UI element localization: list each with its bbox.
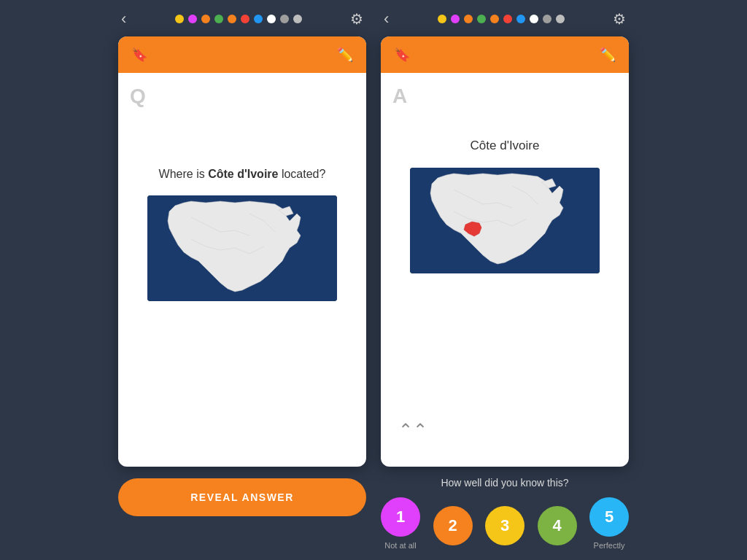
right-settings-button[interactable]: ⚙	[613, 10, 626, 28]
rating-buttons: 1 Not at all 2 3 4 5 Perfectly	[381, 497, 629, 550]
rating-section: How well did you know this? 1 Not at all…	[381, 477, 629, 550]
right-dot-9	[543, 15, 551, 23]
dot-10	[293, 15, 302, 23]
left-back-button[interactable]: ‹	[121, 11, 126, 27]
dot-3	[201, 15, 210, 23]
right-nav-dots	[438, 15, 565, 23]
dot-5	[228, 15, 236, 23]
left-africa-svg	[147, 195, 337, 301]
left-flash-card: 🔖 ✏️ Q Where is Côte d'Ivoire located?	[118, 36, 366, 467]
rating-button-4[interactable]: 4	[538, 506, 577, 545]
dot-7	[254, 15, 263, 23]
right-back-button[interactable]: ‹	[384, 11, 389, 27]
rating-item-2: 2	[433, 506, 473, 550]
right-dot-10	[556, 15, 565, 23]
right-card-letter: A	[392, 85, 407, 108]
dot-2	[188, 15, 197, 23]
rating-item-3: 3	[485, 506, 525, 550]
left-country-name: Côte d'Ivoire	[208, 168, 278, 180]
right-dot-1	[438, 15, 446, 23]
dot-6	[241, 15, 249, 23]
rating-button-3[interactable]: 3	[485, 506, 525, 545]
right-dot-4	[477, 15, 486, 23]
right-dot-5	[490, 15, 499, 23]
right-bookmark-icon[interactable]: 🔖	[394, 47, 410, 63]
left-edit-icon[interactable]: ✏️	[337, 47, 353, 63]
right-dot-7	[516, 15, 525, 23]
right-card-wrapper: ‹ ⚙ 🔖 ✏️ A Côte d'Iv	[381, 10, 629, 550]
rating-sublabel-1: Not at all	[384, 541, 416, 550]
rating-item-1: 1 Not at all	[381, 497, 420, 550]
left-card-body: Q Where is Côte d'Ivoire located?	[118, 73, 366, 467]
right-dot-8	[530, 15, 538, 23]
right-top-nav: ‹ ⚙	[381, 10, 629, 36]
rating-button-5[interactable]: 5	[589, 497, 629, 537]
right-map-image	[410, 168, 600, 273]
rating-button-2[interactable]: 2	[433, 506, 473, 545]
reveal-answer-button[interactable]: REVEAL ANSWER	[118, 478, 366, 516]
left-nav-dots	[175, 15, 302, 23]
left-top-nav: ‹ ⚙	[118, 10, 366, 36]
right-answer-title: Côte d'Ivoire	[471, 139, 540, 153]
rating-sublabel-5: Perfectly	[594, 541, 625, 550]
left-card-letter: Q	[130, 85, 146, 108]
dot-4	[214, 15, 223, 23]
right-edit-icon[interactable]: ✏️	[600, 47, 616, 63]
dot-9	[280, 15, 289, 23]
left-bookmark-icon[interactable]: 🔖	[131, 47, 147, 63]
rating-item-5: 5 Perfectly	[589, 497, 629, 550]
dot-1	[175, 15, 184, 23]
left-card-wrapper: ‹ ⚙ 🔖 ✏️ Q	[118, 10, 366, 516]
rating-button-1[interactable]: 1	[381, 497, 420, 537]
rating-item-4: 4	[538, 506, 577, 550]
right-card-header: 🔖 ✏️	[381, 36, 629, 73]
left-settings-button[interactable]: ⚙	[350, 10, 363, 28]
left-card-question: Where is Côte d'Ivoire located?	[159, 168, 326, 181]
left-map-image	[147, 195, 337, 301]
right-dot-2	[451, 15, 460, 23]
dot-8	[267, 15, 276, 23]
rating-label: How well did you know this?	[381, 477, 629, 489]
left-card-header: 🔖 ✏️	[118, 36, 366, 73]
right-dot-6	[503, 15, 512, 23]
chevron-up-icon[interactable]: ⌃⌃	[395, 417, 430, 443]
right-africa-svg	[410, 168, 600, 273]
right-dot-3	[464, 15, 473, 23]
right-card-body: A Côte d'Ivoire	[381, 73, 629, 467]
right-flash-card: 🔖 ✏️ A Côte d'Ivoire	[381, 36, 629, 467]
